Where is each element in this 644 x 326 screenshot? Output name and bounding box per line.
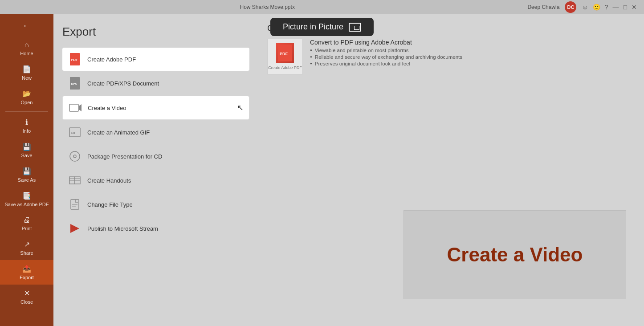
svg-point-9: [73, 155, 76, 158]
main-layout: ← ⌂ Home 📄 New 📂 Open ℹ Info 💾 Save 💾 Sa…: [0, 14, 644, 326]
svg-text:PDF: PDF: [71, 58, 78, 62]
cd-icon: [68, 149, 82, 163]
minimize-icon[interactable]: —: [613, 4, 619, 11]
menu-label-package-cd: Package Presentation for CD: [87, 153, 162, 160]
top-bar-right: Deep Chawla DC ☺ 🙂 ? — □ ✕: [527, 1, 637, 13]
pdf-bullet-3: ● Preserves original document look and f…: [310, 61, 462, 66]
sidebar-label-save-adobe: Save as Adobe PDF: [4, 202, 49, 207]
svg-text:XPS: XPS: [71, 82, 77, 86]
menu-item-pdf-xps[interactable]: XPS Create PDF/XPS Document: [62, 72, 249, 95]
sidebar-label-save: Save: [21, 153, 32, 158]
menu-item-change-filetype[interactable]: Change File Type: [62, 193, 249, 216]
bullet-dot-1: ●: [310, 48, 312, 52]
svg-marker-19: [70, 224, 79, 233]
svg-text:PDF: PDF: [280, 52, 288, 56]
pip-banner: Picture in Picture: [270, 18, 374, 36]
back-button[interactable]: ←: [0, 14, 53, 37]
sidebar-item-new[interactable]: 📄 New: [0, 61, 53, 85]
menu-item-gif[interactable]: GIF Create an Animated GIF: [62, 121, 249, 144]
cursor-indicator: ↖: [237, 103, 244, 113]
sidebar-label-share: Share: [20, 250, 33, 256]
menu-label-adobe-pdf: Create Adobe PDF: [87, 56, 136, 63]
menu-item-adobe-pdf[interactable]: PDF Create Adobe PDF: [62, 48, 249, 71]
save-adobe-icon: 📑: [22, 192, 31, 200]
pdf-desc-title: Convert to PDF using Adobe Acrobat: [310, 39, 462, 46]
top-bar-icons: ☺ 🙂 ? — □ ✕: [582, 4, 637, 11]
adobe-pdf-icon: PDF: [68, 52, 82, 66]
new-icon: 📄: [22, 65, 31, 73]
smiley-icon[interactable]: 🙂: [593, 4, 600, 11]
svg-text:GIF: GIF: [71, 131, 76, 134]
filename: How Sharks Move.pptx: [240, 4, 295, 10]
sidebar-label-new: New: [22, 75, 32, 81]
svg-marker-5: [79, 104, 82, 111]
menu-label-handouts: Create Handouts: [87, 177, 131, 184]
sidebar-item-print[interactable]: 🖨 Print: [0, 212, 53, 236]
close-sidebar-icon: ✕: [24, 289, 30, 297]
export-icon: 📤: [22, 265, 31, 273]
bullet-dot-2: ●: [310, 55, 312, 59]
back-icon: ←: [22, 20, 31, 31]
svg-rect-4: [69, 104, 78, 111]
menu-item-package-cd[interactable]: Package Presentation for CD: [62, 145, 249, 168]
info-icon: ℹ: [25, 118, 28, 126]
menu-item-video[interactable]: Create a Video ↖: [62, 96, 249, 120]
menu-item-handouts[interactable]: Create Handouts: [62, 169, 249, 192]
sidebar-item-export[interactable]: 📤 Export: [0, 260, 53, 285]
home-icon: ⌂: [24, 41, 29, 49]
bullet-dot-3: ●: [310, 61, 312, 65]
menu-label-change-filetype: Change File Type: [87, 201, 133, 208]
pdf-bullet-2: ● Reliable and secure way of exchanging …: [310, 54, 462, 60]
sidebar-item-save-adobe[interactable]: 📑 Save as Adobe PDF: [0, 187, 53, 212]
export-title: Export: [62, 25, 249, 39]
sidebar-item-save[interactable]: 💾 Save: [0, 138, 53, 163]
help-icon[interactable]: ?: [605, 4, 608, 11]
pdf-icon-inner: PDF: [276, 43, 294, 63]
menu-label-pdf-xps: Create PDF/XPS Document: [87, 80, 159, 87]
sidebar-item-info[interactable]: ℹ Info: [0, 114, 53, 138]
content-area: Export PDF Create Adobe PDF XPS: [53, 14, 644, 326]
filetype-icon: [68, 197, 82, 212]
pdf-icon-label: Create Adobe PDF: [268, 65, 302, 70]
sidebar-item-share[interactable]: ↗ Share: [0, 236, 53, 260]
menu-item-publish-stream[interactable]: Publish to Microsoft Stream: [62, 217, 249, 240]
sidebar-label-home: Home: [20, 51, 33, 56]
sidebar-item-saveas[interactable]: 💾 Save As: [0, 163, 53, 187]
sidebar-label-info: Info: [23, 128, 31, 134]
menu-label-publish-stream: Publish to Microsoft Stream: [87, 225, 158, 232]
avatar[interactable]: DC: [565, 1, 576, 13]
pdf-description: Convert to PDF using Adobe Acrobat ● Vie…: [310, 39, 462, 74]
video-preview-text: Create a Video: [447, 244, 583, 266]
sidebar-label-close: Close: [20, 299, 33, 305]
video-icon: [68, 101, 82, 115]
emoji-icon[interactable]: ☺: [582, 4, 588, 11]
sidebar-item-open[interactable]: 📂 Open: [0, 85, 53, 110]
pip-icon: [349, 23, 361, 32]
share-icon: ↗: [24, 240, 30, 249]
menu-label-video: Create a Video: [88, 105, 126, 111]
pdf-xps-icon: XPS: [68, 76, 82, 90]
pdf-bullet-1: ● Viewable and printable on most platfor…: [310, 48, 462, 53]
print-icon: 🖨: [23, 216, 30, 224]
sidebar-item-close[interactable]: ✕ Close: [0, 285, 53, 309]
saveas-icon: 💾: [22, 167, 31, 175]
handouts-icon: [68, 173, 82, 187]
top-bar: How Sharks Move.pptx Deep Chawla DC ☺ 🙂 …: [0, 0, 644, 14]
save-icon: 💾: [22, 143, 31, 151]
pdf-icon-box: PDF Create Adobe PDF: [267, 39, 303, 74]
sidebar-label-print: Print: [22, 226, 32, 231]
svg-point-8: [70, 151, 80, 161]
sidebar-label-open: Open: [21, 100, 33, 105]
sidebar-label-export: Export: [20, 275, 34, 280]
sidebar: ← ⌂ Home 📄 New 📂 Open ℹ Info 💾 Save 💾 Sa…: [0, 14, 53, 326]
maximize-icon[interactable]: □: [624, 4, 627, 11]
username: Deep Chawla: [527, 4, 559, 10]
open-icon: 📂: [22, 90, 31, 98]
menu-label-gif: Create an Animated GIF: [87, 129, 150, 136]
sidebar-item-home[interactable]: ⌂ Home: [0, 37, 53, 61]
right-panel: Create Adobe PDF PDF Create Adobe PDF: [258, 14, 644, 326]
sidebar-divider-1: [5, 111, 48, 112]
pip-label: Picture in Picture: [283, 22, 343, 32]
pdf-bullet-text-2: Reliable and secure way of exchanging an…: [315, 54, 462, 60]
close-icon[interactable]: ✕: [632, 4, 637, 11]
